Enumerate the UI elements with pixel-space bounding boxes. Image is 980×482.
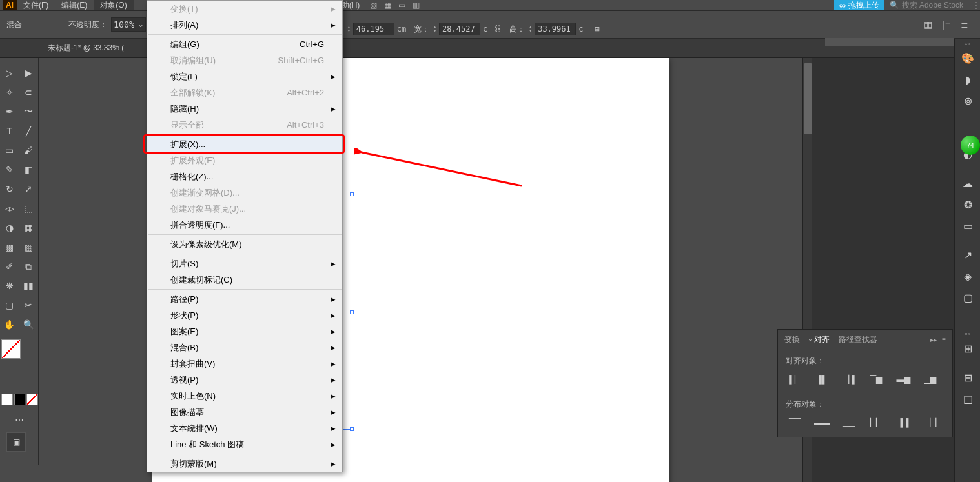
- zoom-tool[interactable]: 🔍: [19, 315, 39, 334]
- br-icon[interactable]: ▧: [366, 0, 380, 10]
- width-tool[interactable]: ◃▹: [0, 199, 19, 218]
- align-pixel-icon[interactable]: ⊞: [595, 25, 599, 34]
- menu-item[interactable]: 栅格化(Z)...: [147, 168, 342, 185]
- dist-vcenter-button[interactable]: ▬▬: [813, 415, 831, 430]
- menu-item[interactable]: 路径(P)▸: [147, 291, 342, 307]
- menu-object[interactable]: 对象(O): [94, 0, 133, 10]
- arrange-icon[interactable]: ▭: [394, 0, 409, 10]
- dist-top-button[interactable]: ▔▔: [786, 415, 804, 430]
- color-guide-icon[interactable]: ◗: [955, 69, 980, 90]
- align-vcenter-button[interactable]: ▬▆: [894, 372, 912, 387]
- pathfinder-icon[interactable]: ◫: [955, 388, 980, 410]
- st-icon[interactable]: ▦: [380, 0, 394, 10]
- panel-collapse-icon[interactable]: ▸▸: [930, 336, 937, 343]
- menu-file[interactable]: 文件(F): [17, 0, 55, 10]
- menu-item[interactable]: 排列(A)▸: [147, 17, 342, 33]
- stepper-icon[interactable]: ▴▾: [433, 25, 436, 33]
- chevron-down-icon[interactable]: ⌄: [136, 18, 145, 31]
- upload-button[interactable]: ∞ 拖拽上传: [834, 0, 884, 10]
- none-mode-icon[interactable]: [26, 394, 38, 405]
- menu-item[interactable]: 锁定(L)▸: [147, 68, 342, 85]
- pen-tool[interactable]: ✒: [0, 102, 19, 121]
- shape-builder-tool[interactable]: ◑: [0, 218, 19, 237]
- tab-align[interactable]: 对齐: [809, 334, 830, 345]
- menu-item[interactable]: 透视(P)▸: [147, 372, 342, 388]
- eraser-tool[interactable]: ◧: [19, 160, 39, 179]
- artboard-tool[interactable]: ▢: [0, 296, 19, 315]
- menu-item[interactable]: 封套扭曲(V)▸: [147, 356, 342, 372]
- line-tool[interactable]: ╱: [19, 121, 39, 141]
- menu-edit[interactable]: 编辑(E): [55, 0, 94, 10]
- menu-item[interactable]: 编组(G)Ctrl+G: [147, 36, 342, 52]
- free-transform-tool[interactable]: ⬚: [19, 199, 39, 218]
- dist-left-button[interactable]: ▏▏: [867, 415, 885, 430]
- link-wh-icon[interactable]: ⛓: [494, 25, 502, 34]
- scale-tool[interactable]: ⤢: [19, 179, 39, 199]
- swatches-icon[interactable]: ⊚: [955, 90, 980, 112]
- menu-item[interactable]: 拼合透明度(F)...: [147, 217, 342, 233]
- color-panel-icon[interactable]: 🎨: [955, 48, 980, 69]
- menu-item[interactable]: 剪切蒙版(M)▸: [147, 456, 342, 472]
- menu-item[interactable]: 设为像素级优化(M): [147, 236, 342, 252]
- align-left-button[interactable]: ▌▏: [786, 372, 804, 387]
- eyedropper-tool[interactable]: ✐: [0, 257, 19, 276]
- draw-mode-icon[interactable]: ⋯: [10, 410, 29, 430]
- x-value[interactable]: 46.195: [353, 23, 394, 35]
- menu-item[interactable]: 图像描摹▸: [147, 404, 342, 420]
- align-icon[interactable]: ⊞: [955, 338, 980, 359]
- column-graph-tool[interactable]: ▮▮: [19, 276, 39, 296]
- direct-selection-tool[interactable]: ▶: [19, 63, 39, 83]
- stroke-icon[interactable]: ❂: [955, 194, 980, 216]
- panel-option-icon[interactable]: ▦: [924, 19, 932, 30]
- lasso-tool[interactable]: ⊂: [19, 83, 39, 102]
- menu-item[interactable]: 扩展(X)...: [147, 136, 342, 152]
- symbol-sprayer-tool[interactable]: ❋: [0, 276, 19, 296]
- paintbrush-tool[interactable]: 🖌: [19, 141, 39, 160]
- panel-option-icon-3[interactable]: ≣: [961, 19, 968, 30]
- gradient-mode-icon[interactable]: [14, 394, 26, 405]
- type-tool[interactable]: T: [0, 121, 19, 141]
- menu-item[interactable]: 形状(P)▸: [147, 307, 342, 323]
- tab-transform[interactable]: 变换: [784, 334, 800, 345]
- menu-item[interactable]: 图案(E)▸: [147, 323, 342, 339]
- notification-badge[interactable]: 74: [961, 136, 980, 155]
- menu-more-icon[interactable]: ⋮: [972, 1, 980, 10]
- align-right-button[interactable]: ▕▐: [840, 372, 858, 387]
- align-top-button[interactable]: ▔▆: [867, 372, 885, 387]
- dist-hcenter-button[interactable]: ▐▐: [894, 415, 912, 430]
- align-hcenter-button[interactable]: ▐▌: [813, 372, 831, 387]
- dist-right-button[interactable]: ▕▕: [921, 415, 939, 430]
- gradient-tool[interactable]: ▨: [19, 237, 39, 257]
- tab-pathfinder[interactable]: 路径查找器: [839, 334, 877, 345]
- gradient-panel-icon[interactable]: ▭: [955, 216, 980, 237]
- panel-menu-icon[interactable]: ≡: [942, 336, 946, 343]
- h-value[interactable]: 33.9961: [535, 23, 576, 35]
- perspective-grid-tool[interactable]: ▦: [19, 218, 39, 237]
- rotate-tool[interactable]: ↻: [0, 179, 19, 199]
- slice-tool[interactable]: ✂: [19, 296, 39, 315]
- curvature-tool[interactable]: 〜: [19, 102, 39, 121]
- blend-tool[interactable]: ⧉: [19, 257, 39, 276]
- rectangle-tool[interactable]: ▭: [0, 141, 19, 160]
- menu-item[interactable]: 文本绕排(W)▸: [147, 420, 342, 436]
- menu-item[interactable]: 切片(S)▸: [147, 256, 342, 272]
- shaper-tool[interactable]: ✎: [0, 160, 19, 179]
- w-value[interactable]: 28.4527: [439, 23, 480, 35]
- stepper-icon[interactable]: ▴▾: [529, 25, 532, 33]
- fill-stroke-swatch[interactable]: [0, 338, 38, 364]
- menu-item[interactable]: 混合(B)▸: [147, 339, 342, 356]
- transform-icon[interactable]: ⊟: [955, 367, 980, 388]
- opacity-input[interactable]: [112, 18, 136, 31]
- libraries-icon[interactable]: ↗: [955, 245, 980, 266]
- document-tab[interactable]: 未标题-1* @ 33.33% (: [40, 43, 132, 54]
- menu-item[interactable]: 实时上色(N)▸: [147, 388, 342, 404]
- layers-icon[interactable]: ◈: [955, 266, 980, 287]
- menu-item[interactable]: 隐藏(H)▸: [147, 101, 342, 117]
- dist-bottom-button[interactable]: ▁▁: [840, 415, 858, 430]
- stepper-icon[interactable]: ▴▾: [347, 25, 351, 33]
- magic-wand-tool[interactable]: ✧: [0, 83, 19, 102]
- mesh-tool[interactable]: ▩: [0, 237, 19, 257]
- symbols-icon[interactable]: ☁: [955, 173, 980, 194]
- screen-mode-button[interactable]: ▣: [6, 432, 26, 452]
- artboards-icon[interactable]: ▢: [955, 287, 980, 308]
